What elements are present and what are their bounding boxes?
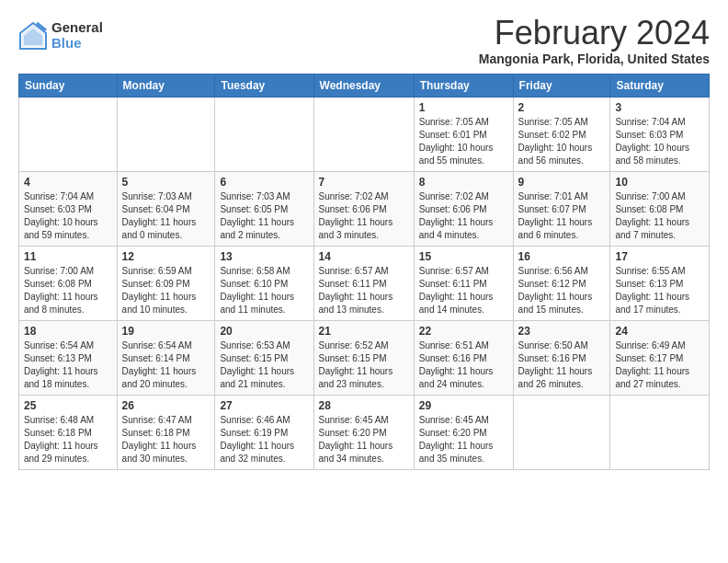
day-cell [19, 97, 118, 171]
day-info: Sunrise: 6:54 AM Sunset: 6:13 PM Dayligh… [24, 339, 112, 391]
day-info: Sunrise: 6:45 AM Sunset: 6:20 PM Dayligh… [419, 414, 508, 465]
day-cell: 9Sunrise: 7:01 AM Sunset: 6:07 PM Daylig… [513, 171, 610, 246]
day-cell: 17Sunrise: 6:55 AM Sunset: 6:13 PM Dayli… [610, 246, 710, 320]
day-info: Sunrise: 7:00 AM Sunset: 6:08 PM Dayligh… [24, 265, 112, 316]
day-info: Sunrise: 7:04 AM Sunset: 6:03 PM Dayligh… [24, 190, 112, 242]
day-number: 3 [615, 101, 704, 114]
col-header-friday: Friday [513, 74, 610, 97]
day-number: 12 [122, 250, 210, 263]
day-cell [117, 97, 215, 171]
day-number: 11 [24, 250, 112, 263]
day-info: Sunrise: 7:05 AM Sunset: 6:02 PM Dayligh… [518, 116, 606, 167]
day-cell: 6Sunrise: 7:03 AM Sunset: 6:05 PM Daylig… [215, 171, 313, 246]
day-cell: 12Sunrise: 6:59 AM Sunset: 6:09 PM Dayli… [117, 246, 215, 320]
day-info: Sunrise: 6:55 AM Sunset: 6:13 PM Dayligh… [615, 265, 704, 316]
day-info: Sunrise: 6:59 AM Sunset: 6:09 PM Dayligh… [122, 265, 210, 316]
day-info: Sunrise: 6:58 AM Sunset: 6:10 PM Dayligh… [220, 265, 308, 316]
logo-text: General Blue [51, 20, 103, 51]
day-number: 14 [319, 250, 409, 263]
logo: General Blue [18, 20, 103, 51]
day-number: 4 [24, 176, 112, 189]
day-number: 9 [518, 176, 606, 189]
day-number: 8 [419, 176, 508, 189]
title-area: February 2024 Mangonia Park, Florida, Un… [479, 15, 710, 66]
day-cell [513, 395, 610, 469]
day-number: 16 [518, 250, 606, 263]
day-number: 23 [518, 325, 606, 338]
day-info: Sunrise: 6:48 AM Sunset: 6:18 PM Dayligh… [24, 414, 112, 465]
day-number: 5 [122, 176, 210, 189]
day-cell: 19Sunrise: 6:54 AM Sunset: 6:14 PM Dayli… [117, 320, 215, 395]
logo-icon [18, 21, 48, 51]
day-cell: 28Sunrise: 6:45 AM Sunset: 6:20 PM Dayli… [313, 395, 414, 469]
day-info: Sunrise: 6:51 AM Sunset: 6:16 PM Dayligh… [419, 339, 508, 391]
week-row-5: 25Sunrise: 6:48 AM Sunset: 6:18 PM Dayli… [19, 395, 710, 469]
day-cell: 23Sunrise: 6:50 AM Sunset: 6:16 PM Dayli… [513, 320, 610, 395]
day-info: Sunrise: 6:50 AM Sunset: 6:16 PM Dayligh… [518, 339, 606, 391]
day-cell: 29Sunrise: 6:45 AM Sunset: 6:20 PM Dayli… [414, 395, 513, 469]
col-header-monday: Monday [117, 74, 215, 97]
day-number: 17 [615, 250, 704, 263]
day-cell: 1Sunrise: 7:05 AM Sunset: 6:01 PM Daylig… [414, 97, 513, 171]
col-header-wednesday: Wednesday [313, 74, 414, 97]
day-cell [610, 395, 710, 469]
day-cell: 10Sunrise: 7:00 AM Sunset: 6:08 PM Dayli… [610, 171, 710, 246]
col-header-thursday: Thursday [414, 74, 513, 97]
day-number: 29 [419, 399, 508, 412]
week-row-1: 1Sunrise: 7:05 AM Sunset: 6:01 PM Daylig… [19, 97, 710, 171]
day-info: Sunrise: 6:53 AM Sunset: 6:15 PM Dayligh… [220, 339, 308, 391]
day-info: Sunrise: 7:03 AM Sunset: 6:05 PM Dayligh… [220, 190, 308, 242]
day-info: Sunrise: 6:57 AM Sunset: 6:11 PM Dayligh… [419, 265, 508, 316]
day-cell: 4Sunrise: 7:04 AM Sunset: 6:03 PM Daylig… [19, 171, 118, 246]
day-cell: 25Sunrise: 6:48 AM Sunset: 6:18 PM Dayli… [19, 395, 118, 469]
day-info: Sunrise: 6:52 AM Sunset: 6:15 PM Dayligh… [319, 339, 409, 391]
day-number: 19 [122, 325, 210, 338]
week-row-4: 18Sunrise: 6:54 AM Sunset: 6:13 PM Dayli… [19, 320, 710, 395]
day-cell: 14Sunrise: 6:57 AM Sunset: 6:11 PM Dayli… [313, 246, 414, 320]
col-header-saturday: Saturday [610, 74, 710, 97]
day-info: Sunrise: 6:47 AM Sunset: 6:18 PM Dayligh… [122, 414, 210, 465]
day-cell: 26Sunrise: 6:47 AM Sunset: 6:18 PM Dayli… [117, 395, 215, 469]
day-info: Sunrise: 7:03 AM Sunset: 6:04 PM Dayligh… [122, 190, 210, 242]
day-cell: 15Sunrise: 6:57 AM Sunset: 6:11 PM Dayli… [414, 246, 513, 320]
day-number: 22 [419, 325, 508, 338]
day-cell: 16Sunrise: 6:56 AM Sunset: 6:12 PM Dayli… [513, 246, 610, 320]
logo-general-text: General [51, 20, 103, 36]
day-info: Sunrise: 6:56 AM Sunset: 6:12 PM Dayligh… [518, 265, 606, 316]
header: General Blue February 2024 Mangonia Park… [18, 15, 710, 66]
day-number: 13 [220, 250, 308, 263]
day-number: 7 [319, 176, 409, 189]
day-info: Sunrise: 7:02 AM Sunset: 6:06 PM Dayligh… [319, 190, 409, 242]
day-cell: 21Sunrise: 6:52 AM Sunset: 6:15 PM Dayli… [313, 320, 414, 395]
day-info: Sunrise: 7:02 AM Sunset: 6:06 PM Dayligh… [419, 190, 508, 242]
day-cell: 27Sunrise: 6:46 AM Sunset: 6:19 PM Dayli… [215, 395, 313, 469]
day-info: Sunrise: 7:01 AM Sunset: 6:07 PM Dayligh… [518, 190, 606, 242]
day-info: Sunrise: 6:49 AM Sunset: 6:17 PM Dayligh… [615, 339, 704, 391]
day-cell: 5Sunrise: 7:03 AM Sunset: 6:04 PM Daylig… [117, 171, 215, 246]
day-cell: 18Sunrise: 6:54 AM Sunset: 6:13 PM Dayli… [19, 320, 118, 395]
day-info: Sunrise: 7:00 AM Sunset: 6:08 PM Dayligh… [615, 190, 704, 242]
col-header-tuesday: Tuesday [215, 74, 313, 97]
day-info: Sunrise: 6:57 AM Sunset: 6:11 PM Dayligh… [319, 265, 409, 316]
day-cell: 2Sunrise: 7:05 AM Sunset: 6:02 PM Daylig… [513, 97, 610, 171]
day-number: 18 [24, 325, 112, 338]
col-header-sunday: Sunday [19, 74, 118, 97]
location: Mangonia Park, Florida, United States [479, 52, 710, 66]
day-info: Sunrise: 7:05 AM Sunset: 6:01 PM Dayligh… [419, 116, 508, 167]
day-number: 6 [220, 176, 308, 189]
day-cell [313, 97, 414, 171]
week-row-3: 11Sunrise: 7:00 AM Sunset: 6:08 PM Dayli… [19, 246, 710, 320]
day-info: Sunrise: 6:45 AM Sunset: 6:20 PM Dayligh… [319, 414, 409, 465]
day-number: 1 [419, 101, 508, 114]
day-cell: 13Sunrise: 6:58 AM Sunset: 6:10 PM Dayli… [215, 246, 313, 320]
calendar-table: SundayMondayTuesdayWednesdayThursdayFrid… [18, 74, 710, 470]
day-number: 27 [220, 399, 308, 412]
month-title: February 2024 [479, 15, 710, 52]
day-cell: 22Sunrise: 6:51 AM Sunset: 6:16 PM Dayli… [414, 320, 513, 395]
day-number: 21 [319, 325, 409, 338]
day-number: 2 [518, 101, 606, 114]
day-cell: 7Sunrise: 7:02 AM Sunset: 6:06 PM Daylig… [313, 171, 414, 246]
day-number: 10 [615, 176, 704, 189]
logo-blue-text: Blue [51, 36, 103, 52]
header-row: SundayMondayTuesdayWednesdayThursdayFrid… [19, 74, 710, 97]
